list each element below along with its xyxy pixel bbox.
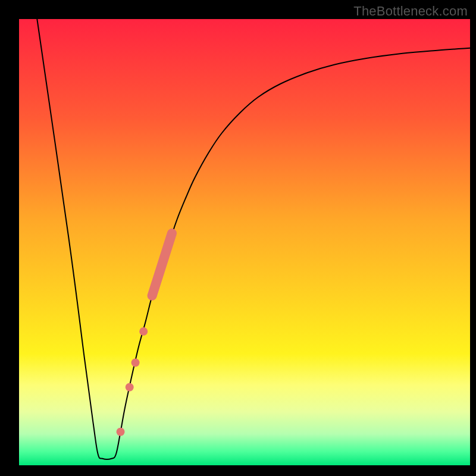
chart-frame: TheBottleneck.com: [0, 0, 476, 476]
watermark-text: TheBottleneck.com: [353, 4, 468, 19]
chart-canvas: [0, 0, 476, 476]
marker-dot: [126, 383, 134, 392]
plot-background: [19, 19, 470, 465]
marker-dot: [131, 359, 140, 367]
marker-dot: [139, 327, 148, 336]
marker-dot: [117, 428, 125, 436]
